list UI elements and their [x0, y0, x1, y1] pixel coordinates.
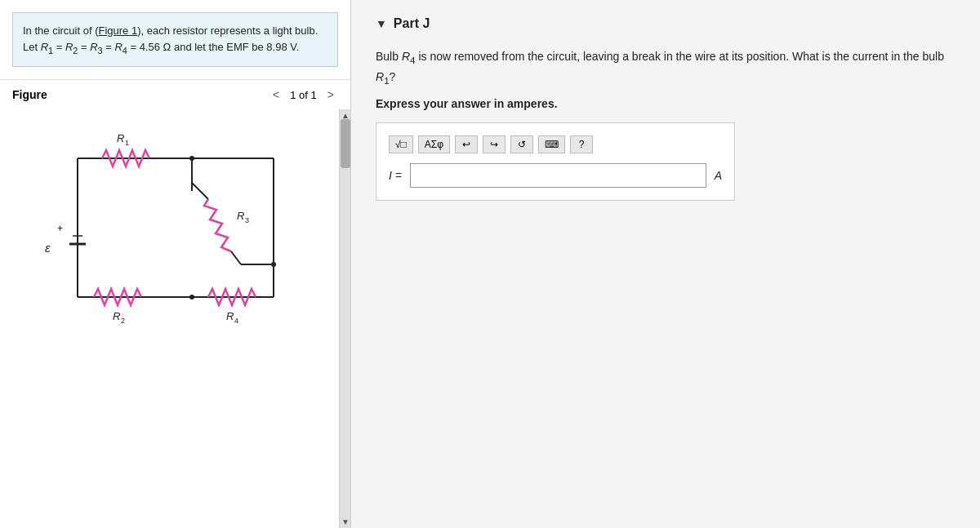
svg-text:R: R [113, 310, 120, 322]
unit-label: A [715, 169, 722, 182]
svg-point-36 [271, 262, 276, 267]
sqrt-button[interactable]: √□ [389, 135, 413, 153]
figure-link[interactable]: Figure 1 [98, 24, 137, 37]
figure-label: Figure [12, 88, 269, 101]
part-title: Part J [394, 16, 430, 31]
reset-icon: ↺ [518, 139, 526, 150]
scroll-down-button[interactable]: ▼ [340, 516, 351, 528]
undo-icon: ↩ [462, 139, 470, 150]
greek-icon: AΣφ [425, 139, 443, 150]
page-indicator: 1 of 1 [290, 89, 317, 101]
reset-button[interactable]: ↺ [510, 135, 533, 153]
problem-statement: In the circuit of (Figure 1), each resis… [12, 12, 338, 67]
circuit-container: + ε R 1 [0, 109, 350, 528]
figure-header: Figure < 1 of 1 > [0, 79, 350, 109]
svg-point-34 [189, 156, 194, 161]
greek-button[interactable]: AΣφ [418, 135, 450, 153]
left-panel: In the circuit of (Figure 1), each resis… [0, 0, 351, 528]
scroll-thumb[interactable] [341, 119, 350, 168]
svg-text:4: 4 [234, 317, 238, 325]
svg-text:R: R [237, 210, 244, 222]
svg-line-28 [192, 183, 208, 199]
express-label: Express your answer in amperes. [376, 97, 956, 110]
right-panel: ▼ Part J Bulb R4 is now removed from the… [351, 0, 980, 528]
svg-line-29 [231, 251, 241, 264]
answer-toolbar: √□ AΣφ ↩ ↪ ↺ ⌨ ? [389, 135, 722, 153]
svg-text:R: R [117, 132, 124, 144]
svg-point-35 [189, 295, 194, 299]
input-label: I = [389, 169, 402, 182]
circuit-diagram: + ε R 1 [29, 118, 323, 346]
scrollbar[interactable]: ▲ ▼ [339, 109, 350, 528]
sqrt-icon: √□ [395, 139, 407, 150]
next-figure-button[interactable]: > [323, 87, 338, 103]
svg-text:R: R [226, 310, 234, 322]
redo-icon: ↪ [490, 139, 498, 150]
keyboard-icon: ⌨ [545, 139, 559, 150]
question-text: Bulb R4 is now removed from the circuit,… [376, 47, 956, 89]
input-row: I = A [389, 163, 722, 188]
prev-figure-button[interactable]: < [269, 87, 283, 103]
svg-text:+: + [57, 223, 63, 234]
redo-button[interactable]: ↪ [483, 135, 506, 153]
svg-text:2: 2 [121, 317, 125, 325]
answer-box: √□ AΣφ ↩ ↪ ↺ ⌨ ? I = A [376, 122, 735, 201]
part-header: ▼ Part J [376, 16, 956, 31]
figure-area: Figure < 1 of 1 > [0, 79, 350, 528]
help-button[interactable]: ? [570, 135, 593, 153]
svg-text:3: 3 [245, 216, 249, 224]
help-icon: ? [579, 139, 585, 150]
undo-button[interactable]: ↩ [455, 135, 478, 153]
keyboard-button[interactable]: ⌨ [538, 135, 565, 153]
answer-input[interactable] [410, 163, 706, 188]
svg-text:ε: ε [45, 241, 51, 255]
figure-nav: < 1 of 1 > [269, 87, 338, 103]
svg-text:1: 1 [125, 139, 129, 147]
part-arrow-icon: ▼ [376, 17, 387, 30]
